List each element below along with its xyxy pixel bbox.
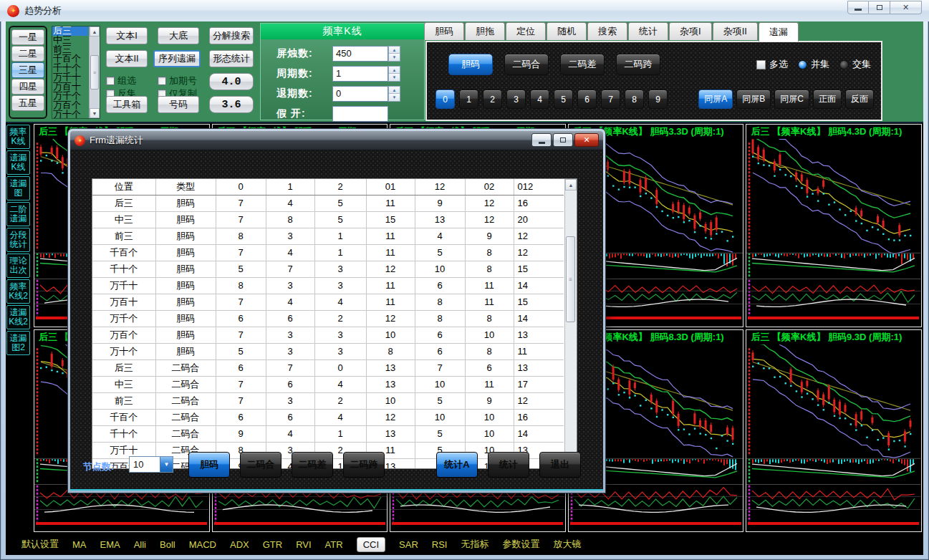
digit-button-9[interactable]: 9 — [648, 90, 668, 109]
back-button[interactable]: 反面 — [845, 90, 874, 109]
sidebar-item-2[interactable]: 遗漏K线 — [6, 150, 30, 175]
checkbox-0[interactable]: 组选 — [106, 74, 136, 87]
star-button-3[interactable]: 三星 — [11, 62, 44, 78]
radio-2[interactable]: 交集 — [839, 58, 871, 71]
indicator-item-13[interactable]: RSI — [432, 539, 448, 550]
sidebar-item-4[interactable]: 二阶遗漏 — [6, 202, 30, 226]
decompose-search-button[interactable]: 分解搜索 — [209, 27, 254, 44]
spinner-down-icon[interactable]: ▼ — [389, 54, 400, 61]
scroll-thumb[interactable]: ≡ — [90, 55, 99, 90]
big-base-button[interactable]: 大底 — [158, 27, 199, 44]
spinner-stepper[interactable]: ▲▼ — [388, 46, 400, 62]
spinner-down-icon[interactable]: ▼ — [389, 94, 400, 101]
retreat-count-input[interactable]: 0 — [332, 86, 388, 102]
digit-button-8[interactable]: 8 — [625, 90, 644, 109]
tab-1[interactable]: 胆码 — [424, 22, 464, 40]
tab-4[interactable]: 随机 — [547, 22, 587, 40]
tab-7[interactable]: 杂项I — [669, 22, 712, 40]
text-1-button[interactable]: 文本I — [106, 27, 148, 44]
indicator-item-15[interactable]: 参数设置 — [502, 538, 539, 551]
spinner-stepper[interactable]: ▲▼ — [388, 66, 400, 82]
star-button-1[interactable]: 一星 — [11, 29, 44, 45]
star-button-4[interactable]: 四星 — [11, 79, 44, 95]
dialog-title-bar[interactable]: ✦ Frm遗漏统计 ✕ — [70, 131, 603, 150]
sidebar-item-7[interactable]: 频率K线2 — [6, 279, 30, 304]
radio-1[interactable]: 并集 — [798, 58, 829, 71]
table-row[interactable]: 中三胆码78515131220 — [92, 211, 564, 228]
spinner-stepper[interactable]: ▲▼ — [388, 86, 400, 102]
sidebar-item-1[interactable]: 频率K线 — [6, 125, 30, 149]
screen-candles-input[interactable]: 450 — [332, 46, 388, 62]
multi-select-checkbox[interactable]: 多选 — [756, 58, 788, 71]
same-screen-b-button[interactable]: 同屏B — [736, 90, 771, 109]
dialog-action-button-5[interactable]: 统计A — [436, 452, 478, 478]
toolbox-button[interactable]: 工具箱 — [106, 96, 148, 113]
tab-2[interactable]: 胆拖 — [465, 22, 505, 40]
indicator-item-9[interactable]: RVI — [296, 539, 311, 550]
sidebar-item-3[interactable]: 遗漏图 — [6, 176, 30, 201]
checkbox-2[interactable]: 加期号 — [158, 74, 197, 87]
fake-open-input[interactable] — [332, 106, 388, 122]
version-40-button[interactable]: 4.0 — [209, 73, 254, 90]
table-row[interactable]: 后三二码合670137613 — [92, 359, 564, 376]
indicator-item-2[interactable]: MA — [72, 539, 87, 550]
digit-button-0[interactable]: 0 — [435, 90, 455, 109]
position-list-scrollbar[interactable]: ▲ ≡ ▼ — [89, 26, 100, 118]
sidebar-item-8[interactable]: 遗漏K线2 — [6, 305, 30, 329]
period-count-input[interactable]: 1 — [332, 66, 388, 82]
scroll-down-icon[interactable]: ▼ — [90, 108, 100, 118]
scroll-up-icon[interactable]: ▲ — [90, 26, 100, 37]
digit-button-1[interactable]: 1 — [459, 90, 478, 109]
spinner-down-icon[interactable]: ▼ — [389, 74, 400, 81]
dialog-action-button-1[interactable]: 胆码 — [188, 452, 230, 478]
maximize-icon[interactable] — [869, 1, 890, 14]
table-row[interactable]: 前三二码合732105912 — [92, 392, 564, 409]
table-row[interactable]: 万百个胆码7331061013 — [92, 327, 564, 343]
same-screen-a-button[interactable]: 同屏A — [698, 90, 733, 109]
sidebar-item-5[interactable]: 分段统计 — [6, 228, 30, 252]
chart-panel-4[interactable]: 后三 【频率K线】 胆码4.3D (周期:1) — [746, 124, 922, 327]
sequence-missing-button[interactable]: 序列遗漏 — [153, 50, 201, 67]
table-row[interactable]: 万千十胆码8331161114 — [92, 277, 564, 294]
digit-button-5[interactable]: 5 — [554, 90, 573, 109]
table-row[interactable]: 千十个二码合9411351014 — [92, 425, 564, 442]
table-row[interactable]: 万千个胆码662128814 — [92, 310, 564, 327]
indicator-item-10[interactable]: ATR — [325, 539, 343, 550]
indicator-item-16[interactable]: 放大镜 — [553, 538, 581, 551]
number-button[interactable]: 号码 — [158, 96, 199, 113]
version-36-button[interactable]: 3.6 — [209, 96, 254, 113]
table-row[interactable]: 万十个胆码53386811 — [92, 343, 564, 359]
code-type-button-4[interactable]: 二码跨 — [616, 54, 660, 75]
digit-button-3[interactable]: 3 — [506, 90, 526, 109]
star-button-5[interactable]: 五星 — [11, 95, 44, 111]
tab-6[interactable]: 统计 — [628, 22, 668, 40]
indicator-item-12[interactable]: SAR — [399, 539, 418, 550]
dialog-action-button-3[interactable]: 二码差 — [292, 452, 333, 478]
dialog-minimize-icon[interactable] — [531, 133, 552, 147]
position-list-item[interactable]: 万十个 — [52, 110, 88, 119]
indicator-item-8[interactable]: GTR — [263, 539, 282, 550]
dialog-action-button-6[interactable]: 统计 — [488, 452, 529, 478]
digit-button-4[interactable]: 4 — [530, 90, 549, 109]
indicator-item-3[interactable]: EMA — [100, 539, 120, 550]
close-icon[interactable]: ✕ — [890, 1, 922, 14]
table-row[interactable]: 中三二码合76413101117 — [92, 376, 564, 392]
dialog-action-button-7[interactable]: 退出 — [539, 452, 581, 478]
code-type-button-2[interactable]: 二码合 — [504, 54, 549, 75]
tab-3[interactable]: 定位 — [506, 22, 546, 40]
indicator-item-4[interactable]: Alli — [134, 539, 146, 550]
chart-panel-9[interactable]: 后三 【频率K线】 胆码9.3D (周期:1) — [746, 329, 922, 533]
spinner-up-icon[interactable]: ▲ — [389, 87, 400, 94]
indicator-item-14[interactable]: 无指标 — [461, 538, 488, 551]
code-type-button-3[interactable]: 二码差 — [560, 54, 605, 75]
digit-button-6[interactable]: 6 — [577, 90, 597, 109]
sidebar-item-9[interactable]: 遗漏图2 — [6, 331, 30, 355]
minimize-icon[interactable] — [847, 1, 869, 14]
dialog-action-button-2[interactable]: 二码合 — [240, 452, 281, 478]
table-row[interactable]: 千百个胆码741115812 — [92, 244, 564, 261]
dialog-maximize-icon[interactable] — [553, 133, 573, 147]
digit-button-2[interactable]: 2 — [483, 90, 502, 109]
position-listbox[interactable]: 后三中三前三千百个千十个万千十万百十万千个万百个万十个 ▲ ≡ ▼ — [52, 26, 100, 119]
pattern-stats-button[interactable]: 形态统计 — [209, 50, 254, 67]
table-row[interactable]: 后三胆码7451191216 — [92, 195, 564, 211]
